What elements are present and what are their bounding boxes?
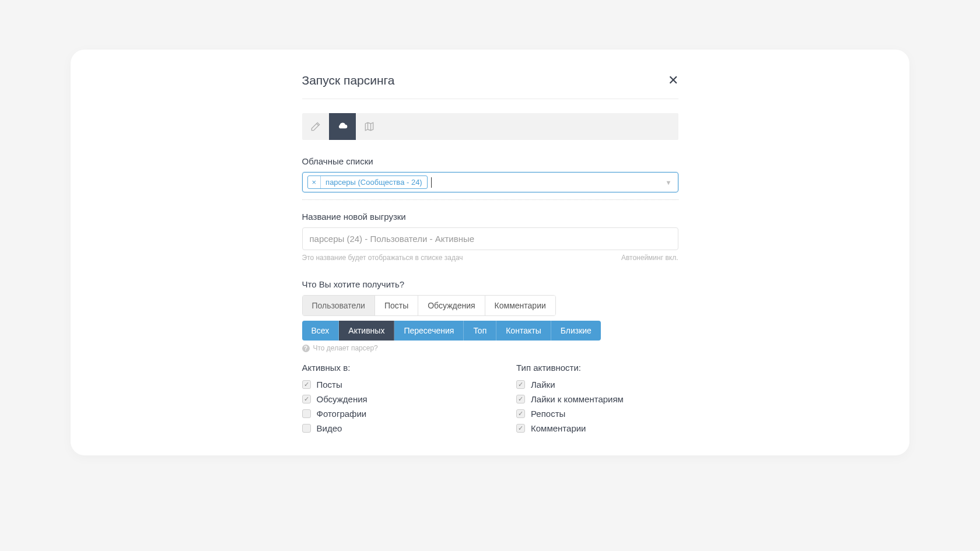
check-label: Посты xyxy=(317,380,342,389)
check-label: Видео xyxy=(317,423,342,433)
close-button[interactable]: ✕ xyxy=(668,73,678,88)
helper-row: Это название будет отображаться в списке… xyxy=(302,254,678,262)
export-name-input[interactable] xyxy=(302,227,678,250)
tab-cloud[interactable] xyxy=(329,113,356,140)
tab-edit[interactable] xyxy=(302,113,329,140)
check-likes: Лайки xyxy=(516,380,678,389)
check-likes-comments: Лайки к комментариям xyxy=(516,394,678,404)
filter-all[interactable]: Всех xyxy=(302,321,340,341)
tab-map[interactable] xyxy=(356,113,383,140)
parser-hint-row[interactable]: ? Что делает парсер? xyxy=(302,344,678,352)
filter-active[interactable]: Активных xyxy=(339,321,394,341)
cloud-lists-label: Облачные списки xyxy=(302,156,678,166)
checkbox-likes[interactable] xyxy=(516,380,525,389)
filter-contacts[interactable]: Контакты xyxy=(496,321,551,341)
chevron-down-icon[interactable]: ▼ xyxy=(666,179,672,186)
selected-chip: × парсеры (Сообщества - 24) xyxy=(307,176,428,189)
modal-header: Запуск парсинга ✕ xyxy=(302,73,678,99)
cloud-lists-select[interactable]: × парсеры (Сообщества - 24) ▼ xyxy=(302,172,678,192)
check-photos: Фотографии xyxy=(302,409,464,419)
map-icon xyxy=(363,121,375,132)
separator xyxy=(302,199,678,200)
active-in-title: Активных в: xyxy=(302,363,464,373)
cloud-icon xyxy=(337,121,348,132)
activity-type-title: Тип активности: xyxy=(516,363,678,373)
active-in-column: Активных в: Посты Обсуждения Фотографии … xyxy=(302,363,464,438)
what-get-label: Что Вы хотите получить? xyxy=(302,279,678,289)
checkbox-comments[interactable] xyxy=(516,424,525,433)
tab-posts[interactable]: Посты xyxy=(375,296,418,315)
tab-comments[interactable]: Комментарии xyxy=(485,296,555,315)
check-label: Комментарии xyxy=(531,423,586,433)
tab-discussions[interactable]: Обсуждения xyxy=(418,296,485,315)
check-posts: Посты xyxy=(302,380,464,389)
chip-remove-button[interactable]: × xyxy=(308,176,321,188)
filter-type-group: Всех Активных Пересечения Топ Контакты Б… xyxy=(302,321,601,341)
check-label: Лайки к комментариям xyxy=(531,394,624,404)
close-icon: ✕ xyxy=(668,73,678,87)
checkbox-columns: Активных в: Посты Обсуждения Фотографии … xyxy=(302,363,678,438)
question-icon: ? xyxy=(302,345,310,352)
checkbox-reposts[interactable] xyxy=(516,409,525,418)
source-tabs xyxy=(302,113,678,140)
filter-close[interactable]: Близкие xyxy=(551,321,601,341)
checkbox-posts[interactable] xyxy=(302,380,311,389)
check-label: Фотографии xyxy=(317,409,367,419)
parser-hint-text: Что делает парсер? xyxy=(313,344,378,352)
check-label: Обсуждения xyxy=(317,394,368,404)
checkbox-likes-comments[interactable] xyxy=(516,395,525,403)
activity-type-column: Тип активности: Лайки Лайки к комментари… xyxy=(516,363,678,438)
modal-title: Запуск парсинга xyxy=(302,73,395,87)
check-comments: Комментарии xyxy=(516,423,678,433)
modal-card: Запуск парсинга ✕ Облачные списки × парс… xyxy=(71,50,909,455)
output-type-group: Пользователи Посты Обсуждения Комментари… xyxy=(302,295,556,316)
export-name-label: Название новой выгрузки xyxy=(302,212,678,222)
checkbox-discussions[interactable] xyxy=(302,395,311,403)
filter-top[interactable]: Топ xyxy=(464,321,496,341)
check-video: Видео xyxy=(302,423,464,433)
chip-label: парсеры (Сообщества - 24) xyxy=(321,176,427,188)
checkbox-photos[interactable] xyxy=(302,409,311,418)
check-label: Репосты xyxy=(531,409,565,419)
tab-users[interactable]: Пользователи xyxy=(303,296,375,315)
helper-right: Автонейминг вкл. xyxy=(621,254,678,262)
check-discussions: Обсуждения xyxy=(302,394,464,404)
check-label: Лайки xyxy=(531,380,555,389)
text-cursor xyxy=(431,177,432,188)
checkbox-video[interactable] xyxy=(302,424,311,433)
filter-intersections[interactable]: Пересечения xyxy=(394,321,464,341)
check-reposts: Репосты xyxy=(516,409,678,419)
edit-icon xyxy=(310,121,321,132)
helper-left: Это название будет отображаться в списке… xyxy=(302,254,463,262)
